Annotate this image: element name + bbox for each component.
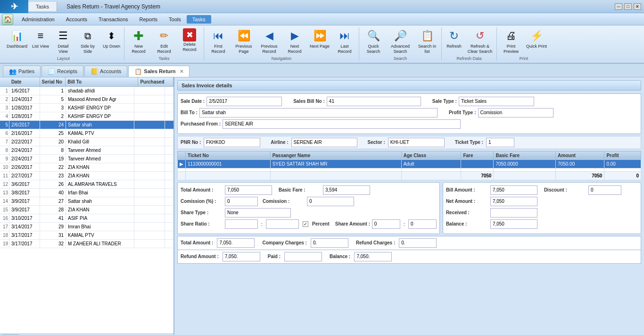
refresh-button[interactable]: ↻ Refresh	[444, 27, 464, 55]
bottom-total-amount-input[interactable]	[217, 238, 255, 248]
side-by-side-label: Side by Side	[77, 44, 98, 54]
sales-bill-no-input[interactable]	[327, 97, 421, 106]
comission-pct-input[interactable]	[225, 197, 258, 206]
percent-checkbox[interactable]: ✓	[303, 221, 308, 227]
detail-view-button[interactable]: ☰ Detail View	[52, 27, 74, 55]
maximize-button[interactable]: □	[624, 3, 632, 10]
print-preview-button[interactable]: 🖨 Print Preview	[499, 27, 523, 55]
search-in-list-button[interactable]: 📋 Search in list	[415, 27, 439, 55]
row-date: 1/28/2017	[9, 112, 40, 120]
tab-parties[interactable]: 👥 Parties	[3, 66, 41, 77]
next-page-label: Next Page	[310, 44, 330, 49]
share-amount-input1[interactable]	[372, 219, 400, 229]
bill-to-input[interactable]	[199, 108, 438, 117]
menu-tasks[interactable]: Tasks	[187, 15, 211, 24]
pnr-no-input[interactable]	[204, 138, 260, 147]
sale-type-input[interactable]	[459, 97, 534, 106]
title-tab-tasks[interactable]: Tasks	[28, 2, 57, 11]
colon-separator2: :	[404, 221, 405, 227]
new-record-button[interactable]: ✚ New Record	[126, 27, 151, 55]
up-down-button[interactable]: ⬍ Up Down	[101, 27, 122, 55]
share-ratio-input1[interactable]	[225, 219, 258, 229]
sale-date-input[interactable]	[206, 97, 282, 106]
list-row[interactable]: 12 3/6/2017 26 AL AMRAHA TRAVELS	[0, 180, 173, 189]
menu-administration[interactable]: Administration	[16, 15, 60, 24]
total-amount-input[interactable]	[225, 185, 272, 195]
edit-record-button[interactable]: ✏ Edit Record	[152, 27, 176, 55]
basic-fare-input[interactable]	[323, 185, 370, 195]
list-row[interactable]: 6 2/16/2017 25 KAMAL PTV	[0, 129, 173, 138]
last-record-button[interactable]: ⏭ Last Record	[332, 27, 357, 55]
row-number: 5	[0, 121, 9, 129]
received-input[interactable]	[490, 208, 537, 218]
row-date: 2/22/2017	[9, 138, 40, 146]
menu-transactions[interactable]: Transactions	[93, 15, 134, 24]
paid-input[interactable]	[284, 252, 322, 261]
share-type-input[interactable]	[225, 208, 291, 218]
tab-sales-return[interactable]: 📋 Sales Return ✕	[128, 66, 189, 77]
list-row[interactable]: 10 2/26/2017 22 ZIA KHAN	[0, 163, 173, 172]
quick-search-button[interactable]: 🔍 Quick Search	[361, 27, 386, 55]
list-row[interactable]: 3 1/28/2017 3 KASHIF ENRGY DP	[0, 104, 173, 112]
list-row[interactable]: 13 3/8/2017 40 Irfan Bhai	[0, 189, 173, 197]
sector-input[interactable]	[388, 138, 445, 147]
ticket-table: Ticket No Passanger Name Age Class Fare …	[177, 151, 641, 180]
row-billto: Sattar shah	[66, 197, 134, 205]
tab-receipts[interactable]: 🧾 Receipts	[41, 66, 83, 77]
table-row[interactable]: ▶ 1110000000001 SYED SATTAR SHAH MR Adul…	[178, 159, 641, 168]
purchased-from-input[interactable]	[223, 119, 461, 129]
list-row[interactable]: 18 3/17/2017 31 KAMAL PTV	[0, 231, 173, 240]
list-row[interactable]: 19 3/17/2017 32 M ZAHEER ALI TRADER	[0, 240, 173, 248]
list-row[interactable]: 1 1/6/2017 1 shadab afridi	[0, 87, 173, 95]
previous-record-button[interactable]: ◀ Previous Record	[257, 27, 281, 55]
dashboard-button[interactable]: 📊 Dashboard	[5, 27, 29, 55]
menu-reports[interactable]: Reports	[134, 15, 164, 24]
menu-accounts[interactable]: Accounts	[60, 15, 93, 24]
list-row[interactable]: 7 2/22/2017 20 Khalid Gill	[0, 138, 173, 146]
minimize-button[interactable]: ─	[615, 3, 622, 10]
quick-print-button[interactable]: ⚡ Quick Print	[524, 27, 549, 55]
list-row[interactable]: 16 3/10/2017 41 ASIF PIA	[0, 214, 173, 223]
next-record-button[interactable]: ▶ Next Record	[282, 27, 307, 55]
quick-search-icon: 🔍	[366, 28, 381, 43]
company-charges-input[interactable]	[311, 238, 348, 248]
list-row[interactable]: 14 3/9/2017 27 Sattar shah	[0, 197, 173, 206]
previous-page-button[interactable]: ⏪ Previous Page	[231, 27, 256, 55]
share-ratio-row: Share Ratio : : ✓ Percent Share Amount :…	[181, 219, 437, 229]
bottom-balance-input[interactable]	[354, 252, 392, 261]
home-button[interactable]: 🏠	[2, 14, 13, 25]
bill-amount-input[interactable]	[490, 185, 537, 195]
advanced-search-button[interactable]: 🔎 Advanced Search	[387, 27, 414, 55]
list-row[interactable]: 11 2/27/2017 23 ZIA KHAN	[0, 172, 173, 180]
balance-input[interactable]	[490, 219, 537, 229]
list-row[interactable]: 17 3/14/2017 29 Imran Bhai	[0, 223, 173, 231]
share-ratio-input2[interactable]	[266, 219, 299, 229]
discount-input[interactable]	[588, 185, 621, 195]
menu-tools[interactable]: Tools	[163, 15, 187, 24]
refresh-clear-button[interactable]: ↺ Refresh & Clear Search	[465, 27, 495, 55]
side-by-side-button[interactable]: ⧉ Side by Side	[75, 27, 100, 55]
row-number: 6	[0, 129, 9, 137]
sales-return-tab-close[interactable]: ✕	[180, 69, 183, 74]
list-row[interactable]: 2 1/24/2017 5 Masood Ahmed Dir Agr	[0, 95, 173, 104]
net-amount-input[interactable]	[490, 197, 537, 206]
next-page-button[interactable]: ⏩ Next Page	[308, 27, 331, 55]
first-record-button[interactable]: ⏮ First Record	[206, 27, 231, 55]
close-button[interactable]: ✕	[634, 3, 641, 10]
list-row[interactable]: 4 1/28/2017 2 KASHIF ENRGY DP	[0, 112, 173, 121]
share-amount-input2[interactable]	[408, 219, 437, 229]
list-row[interactable]: 9 2/24/2017 19 Tanveer Ahmed	[0, 155, 173, 163]
profit-type-input[interactable]	[478, 108, 553, 117]
airline-input[interactable]	[291, 138, 357, 147]
comission-input[interactable]	[307, 197, 354, 206]
ticket-type-input[interactable]	[486, 138, 514, 147]
refund-charges-input[interactable]	[399, 238, 437, 248]
list-row[interactable]: 15 3/9/2017 28 ZIA KHAN	[0, 206, 173, 214]
list-row[interactable]: 8 2/24/2017 8 Tanveer Ahmed	[0, 146, 173, 155]
list-view-button[interactable]: ≡ List View	[30, 27, 51, 55]
delete-record-button[interactable]: ✖ Delete Record	[177, 27, 202, 55]
list-row[interactable]: 5 2/6/2017 24 Sattar shah	[0, 121, 173, 129]
list-scrollbar[interactable]	[0, 334, 173, 335]
refund-amount-input[interactable]	[223, 252, 260, 261]
tab-accounts[interactable]: 📒 Accounts	[84, 66, 127, 77]
